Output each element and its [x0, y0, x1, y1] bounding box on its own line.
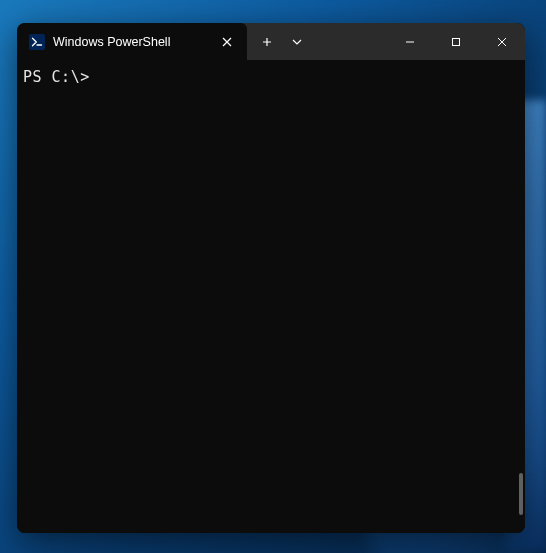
- titlebar-drag-area[interactable]: [313, 23, 387, 60]
- tab-powershell[interactable]: Windows PowerShell: [17, 23, 247, 60]
- tab-actions: [247, 23, 313, 60]
- scrollbar-thumb[interactable]: [519, 473, 523, 515]
- svg-rect-0: [453, 38, 460, 45]
- close-window-button[interactable]: [479, 23, 525, 60]
- new-tab-button[interactable]: [251, 28, 283, 56]
- minimize-button[interactable]: [387, 23, 433, 60]
- shell-prompt: PS C:\>: [23, 68, 99, 86]
- window-controls: [387, 23, 525, 60]
- prompt-line: PS C:\>: [23, 68, 519, 86]
- window-titlebar[interactable]: Windows PowerShell: [17, 23, 525, 60]
- tab-close-button[interactable]: [217, 32, 237, 52]
- powershell-icon: [29, 34, 45, 50]
- terminal-content-area[interactable]: PS C:\>: [17, 60, 525, 533]
- terminal-window: Windows PowerShell: [17, 23, 525, 533]
- maximize-button[interactable]: [433, 23, 479, 60]
- tab-title: Windows PowerShell: [53, 35, 209, 49]
- tab-dropdown-button[interactable]: [285, 28, 309, 56]
